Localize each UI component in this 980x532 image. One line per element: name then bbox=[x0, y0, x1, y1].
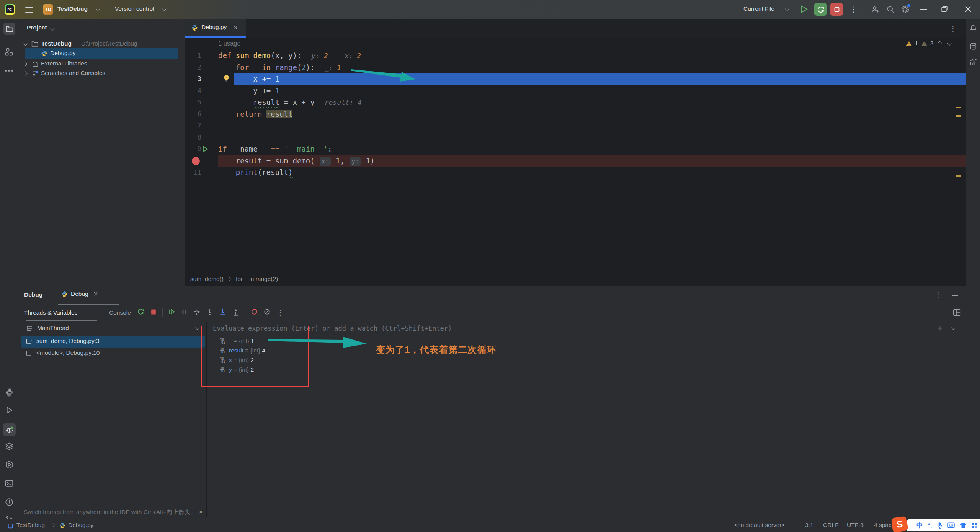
code-with-me-icon[interactable] bbox=[871, 5, 880, 16]
window-minimize-button[interactable] bbox=[920, 9, 927, 10]
code-line-2[interactable]: 2 for _ in range(2):_: 1 bbox=[185, 62, 966, 73]
inspections-widget[interactable]: 1 2 bbox=[906, 40, 951, 47]
ime-mic-icon[interactable] bbox=[937, 522, 942, 529]
rerun-icon[interactable] bbox=[137, 308, 145, 317]
search-icon[interactable] bbox=[886, 5, 895, 16]
window-close-button[interactable] bbox=[965, 6, 972, 14]
editor-tab-debug-py[interactable]: Debug.py bbox=[185, 19, 246, 36]
resume-icon[interactable] bbox=[168, 308, 175, 317]
code-line-9[interactable]: 9if __name__ == '__main__': bbox=[185, 143, 966, 155]
stripe-warning-mark[interactable] bbox=[956, 107, 961, 108]
breadcrumb-function[interactable]: sum_demo() bbox=[190, 276, 224, 282]
line-number[interactable]: 4 bbox=[185, 85, 201, 97]
debug-session-tab[interactable]: Debug bbox=[58, 287, 123, 304]
ime-punctuation-icon[interactable]: °, bbox=[928, 522, 932, 529]
line-number[interactable]: 8 bbox=[185, 132, 201, 144]
code-editor[interactable]: 1 usage 1def sum_demo(x, y):y: 2 x: 22 f… bbox=[185, 38, 966, 273]
hide-panel-button[interactable] bbox=[952, 295, 958, 296]
more-actions-button[interactable]: ⋮ bbox=[850, 5, 858, 14]
project-badge[interactable]: TD bbox=[43, 4, 53, 15]
main-menu-button[interactable] bbox=[25, 6, 33, 14]
ime-toolbox-icon[interactable] bbox=[972, 522, 978, 529]
settings-gear-icon[interactable] bbox=[900, 5, 910, 16]
line-number[interactable]: 7 bbox=[185, 120, 201, 132]
next-problem-icon[interactable] bbox=[947, 41, 952, 45]
tree-item-file-selected[interactable]: Debug.py bbox=[25, 48, 178, 59]
stop-icon[interactable] bbox=[150, 308, 157, 317]
project-selector[interactable]: TestDebug bbox=[57, 5, 88, 12]
stripe-warning-mark[interactable] bbox=[956, 175, 961, 177]
line-number[interactable]: 9 bbox=[185, 143, 201, 155]
run-gutter-icon[interactable] bbox=[203, 146, 208, 154]
status-indent[interactable]: 4 spac bbox=[874, 522, 892, 529]
frame-row[interactable]: <module>, Debug.py:10 bbox=[21, 348, 205, 359]
database-icon[interactable] bbox=[969, 42, 977, 52]
line-number[interactable]: 6 bbox=[185, 108, 201, 120]
more-icon[interactable]: ⋮ bbox=[277, 308, 284, 317]
tab-threads-variables[interactable]: Threads & Variables bbox=[24, 309, 77, 316]
code-line-8[interactable]: 8 bbox=[185, 132, 966, 144]
view-breakpoints-icon[interactable] bbox=[251, 308, 258, 317]
evaluate-expression-input[interactable]: Evaluate expression (Enter) or add a wat… bbox=[207, 322, 966, 335]
more-options-icon[interactable]: ⋮ bbox=[934, 290, 942, 299]
tree-item-scratches[interactable]: Scratches and Consoles bbox=[19, 68, 185, 79]
rerun-debug-button[interactable] bbox=[814, 3, 827, 16]
ime-keyboard-icon[interactable] bbox=[947, 522, 955, 528]
status-project[interactable]: TestDebug bbox=[16, 522, 45, 529]
status-file[interactable]: Debug.py bbox=[68, 522, 93, 529]
problems-toolwindow-button[interactable] bbox=[5, 498, 13, 508]
breadcrumb-loop[interactable]: for _ in range(2) bbox=[236, 276, 278, 282]
ime-chinese-mode-icon[interactable]: 中 bbox=[916, 521, 923, 530]
step-into-my-code-icon[interactable] bbox=[219, 308, 227, 317]
tree-item-external-libraries[interactable]: External Libraries bbox=[19, 59, 185, 69]
line-number[interactable]: 2 bbox=[185, 62, 201, 73]
code-line-5[interactable]: 5 result = x + yresult: 4 bbox=[185, 96, 966, 108]
add-watch-icon[interactable] bbox=[937, 325, 943, 331]
status-server[interactable]: <no default server> bbox=[734, 522, 785, 529]
code-line-4[interactable]: 4 y += 1 bbox=[185, 85, 966, 97]
python-console-button[interactable] bbox=[5, 388, 14, 398]
prev-problem-icon[interactable] bbox=[938, 41, 942, 45]
tab-console[interactable]: Console bbox=[109, 309, 131, 316]
terminal-toolwindow-button[interactable] bbox=[5, 479, 13, 489]
window-maximize-button[interactable] bbox=[941, 5, 948, 14]
code-line-7[interactable]: 7 bbox=[185, 120, 966, 132]
step-out-icon[interactable] bbox=[232, 308, 240, 317]
stripe-warning-mark[interactable] bbox=[956, 115, 961, 117]
status-encoding[interactable]: UTF-8 bbox=[847, 522, 864, 529]
sogou-logo-icon[interactable]: S bbox=[891, 516, 908, 532]
close-icon[interactable] bbox=[94, 292, 98, 296]
thread-selector[interactable]: MainThread bbox=[19, 322, 206, 335]
ime-skin-icon[interactable] bbox=[960, 522, 967, 529]
tab-options-icon[interactable]: ⋮ bbox=[949, 24, 957, 33]
intention-bulb-icon[interactable] bbox=[222, 74, 230, 84]
debug-toolwindow-button[interactable] bbox=[3, 423, 16, 436]
services-layers-icon[interactable] bbox=[5, 442, 13, 452]
code-line-6[interactable]: 6 return result bbox=[185, 108, 966, 120]
breakpoint-icon[interactable] bbox=[192, 157, 200, 165]
line-number[interactable]: 3 bbox=[185, 73, 201, 85]
status-line-separator[interactable]: CRLF bbox=[823, 522, 838, 529]
chevron-down-icon[interactable] bbox=[951, 325, 955, 330]
close-hint-icon[interactable]: × bbox=[199, 509, 203, 515]
structure-toolwindow-button[interactable] bbox=[5, 48, 13, 58]
line-number[interactable]: 5 bbox=[185, 96, 201, 108]
mute-breakpoints-icon[interactable] bbox=[263, 308, 271, 317]
run-configuration-selector[interactable]: Current File bbox=[743, 5, 774, 12]
close-icon[interactable] bbox=[234, 26, 238, 30]
frame-row-selected[interactable]: sum_demo, Debug.py:3 bbox=[21, 336, 205, 348]
step-into-icon[interactable] bbox=[206, 308, 214, 317]
usages-hint[interactable]: 1 usage bbox=[218, 40, 241, 47]
code-line-11[interactable]: 11 print(result) bbox=[185, 166, 966, 178]
run-button[interactable] bbox=[799, 5, 808, 15]
run-toolwindow-button[interactable] bbox=[5, 406, 13, 416]
pause-icon[interactable] bbox=[181, 308, 188, 317]
plots-chart-icon[interactable] bbox=[969, 58, 977, 68]
step-over-icon[interactable] bbox=[193, 308, 201, 317]
notifications-bell-icon[interactable] bbox=[969, 24, 977, 34]
more-toolwindows-button[interactable]: ••• bbox=[5, 67, 14, 75]
line-number[interactable]: 11 bbox=[185, 166, 201, 178]
vcs-widget[interactable]: Version control bbox=[115, 5, 154, 12]
line-number[interactable]: 1 bbox=[185, 50, 201, 62]
layout-settings-icon[interactable] bbox=[953, 308, 961, 318]
